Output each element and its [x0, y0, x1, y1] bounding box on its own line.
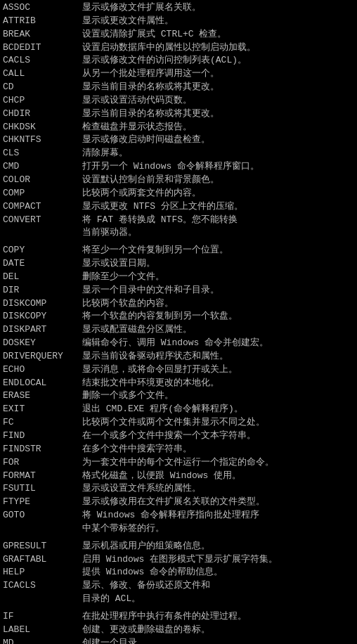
cmd-desc: 显示或修改启动时间磁盘检查。 [82, 134, 354, 147]
cmd-name: CD [3, 81, 82, 94]
cmd-name: ERASE [3, 389, 82, 403]
table-row: EXIT退出 CMD.EXE 程序(命令解释程序)。 [3, 403, 354, 416]
table-row: GPRESULT显示机器或用户的组策略信息。 [3, 540, 354, 553]
cmd-name: DISKCOPY [3, 310, 82, 323]
cmd-name: ATTRIB [3, 15, 82, 28]
table-row: CACLS显示或修改文件的访问控制列表(ACL)。 [3, 54, 354, 67]
cmd-desc: 将 FAT 卷转换成 NTFS。您不能转换 [82, 214, 354, 227]
cmd-name: MD [3, 637, 82, 644]
cmd-desc: 在多个文件中搜索字符串。 [82, 443, 354, 456]
table-row: ASSOC显示或修改文件扩展名关联。 [3, 1, 354, 15]
table-row: CHDIR显示当前目录的名称或将其更改。 [3, 108, 354, 121]
cmd-desc: 显示或设置文件系统的属性。 [82, 482, 354, 496]
cmd-name: FC [3, 416, 82, 430]
cmd-desc: 显示或配置磁盘分区属性。 [82, 323, 354, 337]
cmd-name: CONVERT [3, 214, 82, 227]
cmd-desc: 将一个软盘的内容复制到另一个软盘。 [82, 310, 354, 323]
cmd-desc: 显示或修改用在文件扩展名关联的文件类型。 [82, 496, 354, 509]
cmd-name: CHDIR [3, 108, 82, 121]
table-row: DISKCOMP比较两个软盘的内容。 [3, 297, 354, 311]
cmd-desc: 删除一个或多个文件。 [82, 389, 354, 403]
table-row: CLS清除屏幕。 [3, 147, 354, 160]
cmd-desc: 检查磁盘并显示状态报告。 [82, 121, 354, 134]
cmd-desc: 显示当前目录的名称或将其更改。 [82, 108, 354, 121]
cmd-name: COMPACT [3, 200, 82, 214]
cmd-name: FORMAT [3, 470, 82, 483]
cmd-desc-cont: 目录的 ACL。 [3, 593, 354, 606]
table-row: FOR为一套文件中的每个文件运行一个指定的命令。 [3, 456, 354, 470]
cmd-name: CHKDSK [3, 121, 82, 134]
table-row: DEL删除至少一个文件。 [3, 271, 354, 284]
table-row: FTYPE显示或修改用在文件扩展名关联的文件类型。 [3, 496, 354, 509]
cmd-desc: 创建、更改或删除磁盘的卷标。 [82, 624, 354, 637]
cmd-name: CHCP [3, 94, 82, 108]
cmd-name: CHKNTFS [3, 134, 82, 147]
cmd-desc: 显示或更改文件属性。 [82, 15, 354, 28]
cmd-name: EXIT [3, 403, 82, 416]
cmd-desc-cont: 当前驱动器。 [3, 226, 354, 240]
cmd-name: BREAK [3, 28, 82, 41]
cmd-name: DISKCOMP [3, 297, 82, 311]
cmd-name: ASSOC [3, 1, 82, 15]
table-row: FSUTIL显示或设置文件系统的属性。 [3, 482, 354, 496]
cmd-desc: 比较两个或两套文件的内容。 [82, 187, 354, 200]
table-row: CD显示当前目录的名称或将其更改。 [3, 81, 354, 94]
table-row: CHKNTFS显示或修改启动时间磁盘检查。 [3, 134, 354, 147]
table-row: DRIVERQUERY显示当前设备驱动程序状态和属性。 [3, 350, 354, 363]
cmd-desc: 启用 Windows 在图形模式下显示扩展字符集。 [82, 553, 354, 567]
table-row: COMPACT显示或更改 NTFS 分区上文件的压缩。 [3, 200, 354, 214]
cmd-name: DIR [3, 284, 82, 297]
cmd-desc: 删除至少一个文件。 [82, 271, 354, 284]
table-row: CHCP显示或设置活动代码页数。 [3, 94, 354, 108]
table-row: BCDEDIT设置启动数据库中的属性以控制启动加载。 [3, 41, 354, 55]
cmd-desc: 显示或修改文件的访问控制列表(ACL)。 [82, 54, 354, 67]
cmd-desc: 显示一个目录中的文件和子目录。 [82, 284, 354, 297]
cmd-desc: 设置或清除扩展式 CTRL+C 检查。 [82, 28, 354, 41]
cmd-name: GOTO [3, 509, 82, 522]
table-row: COMP比较两个或两套文件的内容。 [3, 187, 354, 200]
table-row: DIR显示一个目录中的文件和子目录。 [3, 284, 354, 297]
cmd-name: CMD [3, 160, 82, 174]
cmd-desc-cont: 中某个带标签的行。 [3, 522, 354, 536]
table-row: GRAFTABL启用 Windows 在图形模式下显示扩展字符集。 [3, 553, 354, 567]
table-row: HELP提供 Windows 命令的帮助信息。 [3, 566, 354, 579]
cmd-name: LABEL [3, 624, 82, 637]
cmd-desc: 设置启动数据库中的属性以控制启动加载。 [82, 41, 354, 55]
cmd-name: ENDLOCAL [3, 377, 82, 390]
table-row: ENDLOCAL结束批文件中环境更改的本地化。 [3, 377, 354, 390]
table-row: COPY将至少一个文件复制到另一个位置。 [3, 244, 354, 257]
table-row: MD创建一个目录。 [3, 637, 354, 644]
cmd-name: DATE [3, 257, 82, 271]
table-row: CMD打开另一个 Windows 命令解释程序窗口。 [3, 160, 354, 174]
cmd-name: BCDEDIT [3, 41, 82, 55]
cmd-desc: 显示机器或用户的组策略信息。 [82, 540, 354, 553]
cmd-name: FINDSTR [3, 443, 82, 456]
cmd-name: COMP [3, 187, 82, 200]
cmd-desc: 为一套文件中的每个文件运行一个指定的命令。 [82, 456, 354, 470]
cmd-desc: 在一个或多个文件中搜索一个文本字符串。 [82, 430, 354, 443]
cmd-name: FIND [3, 430, 82, 443]
table-row: GOTO将 Windows 命令解释程序指向批处理程序 [3, 509, 354, 522]
cmd-name: FOR [3, 456, 82, 470]
cmd-desc: 格式化磁盘，以便跟 Windows 使用。 [82, 470, 354, 483]
table-row: ERASE删除一个或多个文件。 [3, 389, 354, 403]
cmd-desc: 显示或更改 NTFS 分区上文件的压缩。 [82, 200, 354, 214]
table-row: ECHO显示消息，或将命令回显打开或关上。 [3, 363, 354, 377]
command-list: ASSOC显示或修改文件扩展名关联。ATTRIB显示或更改文件属性。BREAK设… [0, 0, 357, 644]
table-row: CHKDSK检查磁盘并显示状态报告。 [3, 121, 354, 134]
cmd-desc: 显示或设置活动代码页数。 [82, 94, 354, 108]
cmd-desc: 从另一个批处理程序调用这一个。 [82, 67, 354, 81]
cmd-desc: 提供 Windows 命令的帮助信息。 [82, 566, 354, 579]
cmd-desc: 设置默认控制台前景和背景颜色。 [82, 174, 354, 187]
cmd-name: DRIVERQUERY [3, 350, 82, 363]
cmd-name: HELP [3, 566, 82, 579]
table-row: DOSKEY编辑命令行、调用 Windows 命令并创建宏。 [3, 337, 354, 350]
cmd-desc: 编辑命令行、调用 Windows 命令并创建宏。 [82, 337, 354, 350]
cmd-name: DISKPART [3, 323, 82, 337]
table-row: ATTRIB显示或更改文件属性。 [3, 15, 354, 28]
cmd-name: DEL [3, 271, 82, 284]
cmd-name: IF [3, 610, 82, 624]
cmd-desc: 比较两个软盘的内容。 [82, 297, 354, 311]
table-row: IF在批处理程序中执行有条件的处理过程。 [3, 610, 354, 624]
cmd-desc: 显示当前目录的名称或将其更改。 [82, 81, 354, 94]
